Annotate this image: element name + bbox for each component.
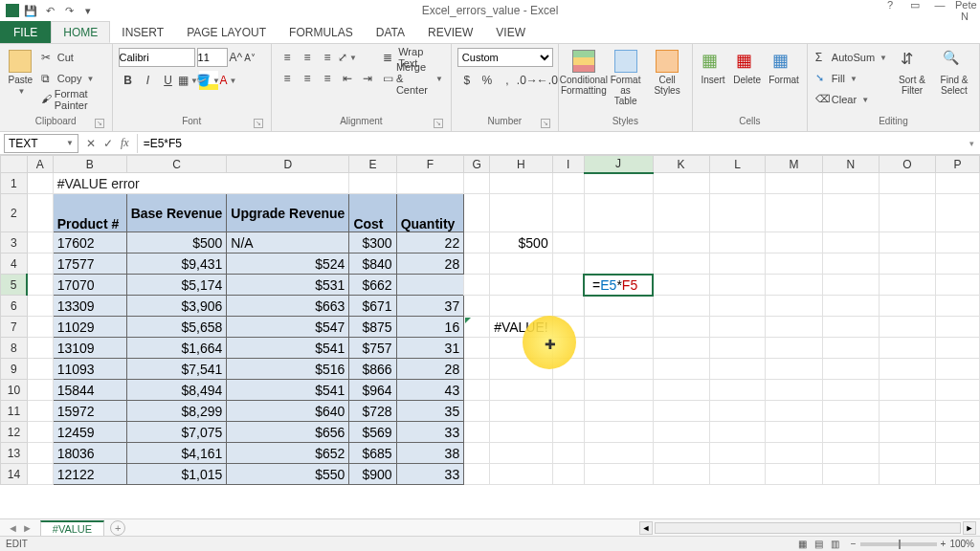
- align-top-icon[interactable]: ≡: [278, 48, 297, 67]
- autosum-button[interactable]: AutoSum▼: [813, 48, 889, 67]
- col-header[interactable]: E: [349, 156, 396, 173]
- tab-formulas[interactable]: FORMULAS: [278, 21, 365, 43]
- col-header[interactable]: J: [584, 156, 653, 173]
- column-headers[interactable]: A B C D E F G H I J K L M N O P: [1, 156, 980, 173]
- cell[interactable]: 12459: [53, 422, 126, 443]
- row-header[interactable]: 3: [1, 232, 28, 253]
- cell[interactable]: $547: [227, 317, 349, 338]
- cell[interactable]: 13109: [53, 338, 126, 359]
- cell[interactable]: $7,541: [126, 359, 227, 380]
- cell[interactable]: $8,299: [126, 401, 227, 422]
- dialog-launcher-icon[interactable]: ↘: [541, 119, 550, 128]
- tab-insert[interactable]: INSERT: [110, 21, 175, 43]
- cell[interactable]: $5,658: [126, 317, 227, 338]
- cell[interactable]: 37: [396, 296, 464, 317]
- col-header[interactable]: I: [552, 156, 584, 173]
- copy-button[interactable]: Copy▼: [39, 69, 106, 88]
- cell[interactable]: Product #: [53, 194, 126, 232]
- row-header[interactable]: 6: [1, 296, 28, 317]
- cell[interactable]: $663: [227, 296, 349, 317]
- cell[interactable]: $866: [349, 359, 396, 380]
- tab-review[interactable]: REVIEW: [416, 21, 484, 43]
- col-header[interactable]: C: [126, 156, 227, 173]
- dialog-launcher-icon[interactable]: ↘: [434, 119, 443, 128]
- ribbon-options-icon[interactable]: ▭: [905, 0, 924, 22]
- col-header[interactable]: B: [53, 156, 126, 173]
- italic-button[interactable]: I: [139, 71, 158, 90]
- cell[interactable]: $569: [349, 422, 396, 443]
- cut-button[interactable]: Cut: [39, 48, 106, 67]
- row-header[interactable]: 1: [1, 173, 28, 194]
- dialog-launcher-icon[interactable]: ↘: [95, 119, 104, 128]
- zoom-slider[interactable]: [860, 542, 937, 546]
- insert-cells-button[interactable]: Insert: [699, 48, 727, 87]
- fill-color-button[interactable]: 🪣▼: [199, 71, 218, 90]
- cell[interactable]: 22: [396, 232, 464, 253]
- cell[interactable]: $1,015: [126, 464, 227, 485]
- cell[interactable]: $500: [490, 232, 553, 253]
- orientation-icon[interactable]: ⤢▼: [338, 48, 357, 67]
- cell[interactable]: $9,431: [126, 253, 227, 275]
- cell[interactable]: N/A: [227, 232, 349, 253]
- cell[interactable]: 15844: [53, 380, 126, 401]
- align-center-icon[interactable]: ≡: [298, 69, 317, 88]
- underline-button[interactable]: U: [159, 71, 178, 90]
- qat-undo-icon[interactable]: ↶: [42, 3, 57, 18]
- decrease-decimal-icon[interactable]: ←.0: [538, 71, 557, 90]
- percent-format-icon[interactable]: %: [478, 71, 497, 90]
- decrease-indent-icon[interactable]: ⇤: [338, 69, 357, 88]
- cell[interactable]: $728: [349, 401, 396, 422]
- format-cells-button[interactable]: Format: [767, 48, 801, 87]
- cell[interactable]: $4,161: [126, 443, 227, 464]
- col-header[interactable]: O: [879, 156, 935, 173]
- cell[interactable]: 38: [396, 443, 464, 464]
- cell-referenced[interactable]: [396, 275, 464, 296]
- cell[interactable]: 17577: [53, 253, 126, 275]
- cell-editing[interactable]: =E5*F5: [584, 275, 653, 296]
- cell[interactable]: 13309: [53, 296, 126, 317]
- cell[interactable]: $541: [227, 380, 349, 401]
- cell[interactable]: $671: [349, 296, 396, 317]
- row-header[interactable]: 4: [1, 253, 28, 275]
- delete-cells-button[interactable]: Delete: [731, 48, 763, 87]
- format-as-table-button[interactable]: Format as Table: [607, 48, 645, 108]
- tab-data[interactable]: DATA: [365, 21, 416, 43]
- comma-format-icon[interactable]: ,: [498, 71, 517, 90]
- zoom-level[interactable]: 100%: [949, 539, 974, 549]
- row-header[interactable]: 5: [1, 275, 28, 296]
- row-header[interactable]: 9: [1, 359, 28, 380]
- cell[interactable]: $656: [227, 422, 349, 443]
- cell[interactable]: 35: [396, 401, 464, 422]
- cell[interactable]: 31: [396, 338, 464, 359]
- col-header[interactable]: H: [490, 156, 553, 173]
- cell[interactable]: 18036: [53, 443, 126, 464]
- col-header[interactable]: L: [709, 156, 766, 173]
- cell[interactable]: $757: [349, 338, 396, 359]
- select-all-button[interactable]: [1, 156, 28, 173]
- cell[interactable]: 12122: [53, 464, 126, 485]
- cell-styles-button[interactable]: Cell Styles: [648, 48, 686, 98]
- enter-formula-icon[interactable]: ✓: [103, 137, 113, 150]
- cell[interactable]: 33: [396, 422, 464, 443]
- cell[interactable]: $524: [227, 253, 349, 275]
- cell[interactable]: $1,664: [126, 338, 227, 359]
- scroll-right-icon[interactable]: ►: [963, 521, 976, 535]
- clear-button[interactable]: Clear▼: [813, 90, 889, 109]
- qat-customize-icon[interactable]: ▾: [80, 3, 96, 18]
- scroll-left-icon[interactable]: ◄: [639, 521, 653, 535]
- increase-decimal-icon[interactable]: .0→: [518, 71, 537, 90]
- col-header[interactable]: D: [227, 156, 349, 173]
- col-header[interactable]: G: [464, 156, 490, 173]
- qat-redo-icon[interactable]: ↷: [61, 3, 77, 18]
- align-bottom-icon[interactable]: ≡: [318, 48, 337, 67]
- cell[interactable]: 43: [396, 380, 464, 401]
- find-select-button[interactable]: Find & Select: [935, 48, 973, 98]
- col-header[interactable]: P: [936, 156, 980, 173]
- cell[interactable]: Base Revenue: [126, 194, 227, 232]
- zoom-out-icon[interactable]: −: [851, 539, 857, 549]
- cell[interactable]: $5,174: [126, 275, 227, 296]
- cell[interactable]: 33: [396, 464, 464, 485]
- col-header[interactable]: A: [27, 156, 53, 173]
- sort-filter-button[interactable]: Sort & Filter: [893, 48, 931, 98]
- name-box[interactable]: TEXT▼: [4, 134, 78, 153]
